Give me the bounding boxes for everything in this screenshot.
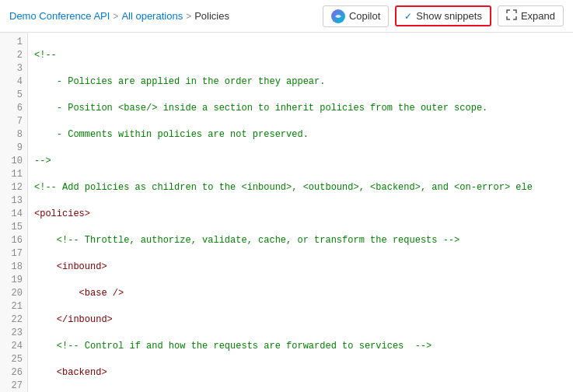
breadcrumb-sep-1: > [113,11,118,22]
code-line-12: <!-- Control if and how the requests are… [34,340,567,353]
code-line-10: <base /> [34,287,567,300]
ln-24: 24 [0,340,27,353]
line-numbers: 1 2 3 4 5 6 7 8 9 10 11 12 13 14 15 16 1… [0,33,28,392]
ln-19: 19 [0,274,27,287]
ln-26: 26 [0,366,27,380]
breadcrumb-current: Policies [194,10,229,22]
expand-label: Expand [521,10,555,22]
ln-13: 13 [0,194,27,208]
copilot-icon [331,9,345,23]
code-line-7: <policies> [34,208,567,221]
header-actions: Copilot ✓ Show snippets Expand [323,5,564,27]
header-bar: Demo Conference API > All operations > P… [0,0,573,33]
code-line-6: <!-- Add policies as children to the <in… [34,181,567,194]
ln-1: 1 [0,36,27,49]
expand-button[interactable]: Expand [498,5,564,26]
ln-22: 22 [0,313,27,327]
ln-14: 14 [0,208,27,221]
ln-7: 7 [0,115,27,128]
ln-4: 4 [0,75,27,89]
ln-10: 10 [0,155,27,168]
copilot-button[interactable]: Copilot [323,5,389,27]
ln-3: 3 [0,62,27,75]
expand-icon [506,9,517,23]
ln-21: 21 [0,300,27,313]
snippets-check-icon: ✓ [404,11,412,22]
code-line-9: <inbound> [34,261,567,274]
ln-25: 25 [0,353,27,366]
breadcrumb-sep-2: > [186,11,191,22]
ln-15: 15 [0,221,27,234]
ln-27: 27 [0,380,27,392]
ln-6: 6 [0,102,27,115]
ln-20: 20 [0,287,27,300]
show-snippets-label: Show snippets [416,10,482,22]
ln-2: 2 [0,49,27,62]
ln-11: 11 [0,168,27,181]
ln-16: 16 [0,234,27,247]
breadcrumb-link-api[interactable]: Demo Conference API [9,10,110,22]
ln-12: 12 [0,181,27,194]
code-line-11: </inbound> [34,313,567,327]
ln-8: 8 [0,128,27,142]
code-line-5: --> [34,155,567,168]
code-line-3: - Position <base/> inside a section to i… [34,102,567,115]
show-snippets-button[interactable]: ✓ Show snippets [395,5,491,26]
code-editor: 1 2 3 4 5 6 7 8 9 10 11 12 13 14 15 16 1… [0,33,573,392]
code-line-8: <!-- Throttle, authorize, validate, cach… [34,234,567,247]
code-line-2: - Policies are applied in the order they… [34,75,567,89]
breadcrumb: Demo Conference API > All operations > P… [9,10,229,22]
ln-23: 23 [0,327,27,340]
code-line-1: <!-- [34,49,567,62]
code-line-4: - Comments within policies are not prese… [34,128,567,142]
ln-17: 17 [0,247,27,261]
breadcrumb-link-operations[interactable]: All operations [121,10,183,22]
ln-5: 5 [0,89,27,102]
code-content[interactable]: <!-- - Policies are applied in the order… [28,33,573,392]
copilot-label: Copilot [349,10,380,22]
code-line-13: <backend> [34,366,567,380]
ln-9: 9 [0,142,27,155]
ln-18: 18 [0,261,27,274]
